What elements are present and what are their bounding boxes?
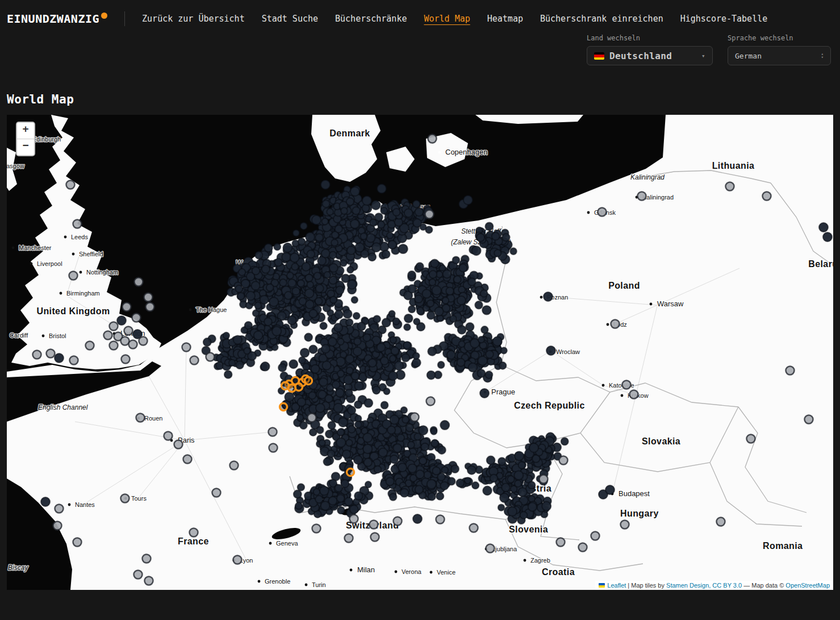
openstreetmap-link[interactable]: OpenStreetMap bbox=[785, 582, 830, 589]
svg-text:Slovenia: Slovenia bbox=[509, 525, 548, 534]
header: EINUNDZWANZIG Zurück zur Übersicht Stadt… bbox=[0, 0, 840, 65]
svg-text:France: France bbox=[178, 536, 209, 546]
svg-text:Wroclaw: Wroclaw bbox=[556, 348, 580, 355]
svg-text:Poland: Poland bbox=[608, 281, 640, 290]
header-controls: Land wechseln Deutschland ▾ Sprache wech… bbox=[0, 26, 840, 65]
header-divider bbox=[124, 11, 125, 26]
chevron-down-icon: ▾ bbox=[701, 53, 705, 59]
germany-flag-icon bbox=[594, 52, 604, 60]
language-select-label: Sprache wechseln bbox=[728, 34, 831, 42]
logo[interactable]: EINUNDZWANZIG bbox=[7, 12, 107, 26]
svg-text:Geneva: Geneva bbox=[276, 540, 298, 547]
svg-text:Glasgow: Glasgow bbox=[7, 163, 24, 169]
svg-text:Zagreb: Zagreb bbox=[530, 557, 550, 564]
svg-text:Birmingham: Birmingham bbox=[66, 290, 100, 297]
svg-text:United Kingdom: United Kingdom bbox=[36, 306, 110, 316]
svg-text:The Hague: The Hague bbox=[196, 306, 227, 313]
svg-text:Belarus: Belarus bbox=[808, 259, 833, 269]
nav-zurueck-zur-uebersicht[interactable]: Zurück zur Übersicht bbox=[142, 14, 245, 24]
nav-stadt-suche[interactable]: Stadt Suche bbox=[262, 14, 318, 24]
language-select-value: German bbox=[735, 52, 762, 60]
svg-text:Verona: Verona bbox=[402, 568, 422, 575]
svg-text:Sheffield: Sheffield bbox=[79, 251, 103, 257]
svg-text:Ljubljana: Ljubljana bbox=[492, 546, 517, 552]
svg-text:Slovakia: Slovakia bbox=[642, 436, 680, 446]
svg-text:Tours: Tours bbox=[131, 495, 147, 502]
svg-text:Nantes: Nantes bbox=[75, 501, 95, 508]
svg-text:Denmark: Denmark bbox=[329, 128, 370, 138]
language-select[interactable]: German ▴▾ bbox=[728, 46, 831, 65]
nav-heatmap[interactable]: Heatmap bbox=[487, 14, 523, 24]
zoom-control: + − bbox=[16, 122, 35, 156]
country-select[interactable]: Deutschland ▾ bbox=[587, 46, 713, 65]
svg-text:Biscay: Biscay bbox=[8, 564, 28, 572]
svg-text:Hungary: Hungary bbox=[620, 509, 659, 518]
svg-text:Bristol: Bristol bbox=[49, 332, 66, 339]
svg-text:Liverpool: Liverpool bbox=[37, 260, 62, 267]
page-title: World Map bbox=[7, 93, 840, 106]
svg-text:English Channel: English Channel bbox=[38, 403, 88, 411]
nav-buecherschraenke[interactable]: Bücherschränke bbox=[335, 14, 407, 24]
nav-world-map[interactable]: World Map bbox=[424, 14, 470, 24]
svg-text:Nottingham: Nottingham bbox=[86, 269, 118, 276]
attribution-tiles-prefix: Map tiles by bbox=[631, 582, 666, 589]
svg-text:Turin: Turin bbox=[312, 581, 326, 588]
svg-text:Rouen: Rouen bbox=[144, 415, 162, 422]
svg-text:Leeds: Leeds bbox=[71, 234, 88, 240]
svg-text:Cardiff: Cardiff bbox=[10, 332, 28, 339]
world-map[interactable]: DenmarkCopenhagenLithuaniaKaliningradKal… bbox=[7, 115, 833, 590]
country-control: Land wechseln Deutschland ▾ bbox=[587, 34, 713, 65]
svg-text:Venice: Venice bbox=[437, 569, 455, 576]
country-select-label: Land wechseln bbox=[587, 34, 713, 42]
svg-text:Copenhagen: Copenhagen bbox=[445, 148, 487, 156]
svg-text:Edinburgh: Edinburgh bbox=[32, 136, 61, 143]
chevron-updown-icon: ▴▾ bbox=[821, 52, 824, 59]
nav-highscore-tabelle[interactable]: Highscore-Tabelle bbox=[680, 14, 768, 24]
svg-text:Warsaw: Warsaw bbox=[657, 299, 684, 308]
language-control: Sprache wechseln German ▴▾ bbox=[728, 34, 831, 65]
svg-text:Milan: Milan bbox=[357, 565, 375, 574]
ukraine-flag-icon bbox=[599, 583, 605, 588]
stamen-link[interactable]: Stamen Design, CC BY 3.0 bbox=[666, 582, 742, 589]
svg-text:Manchester: Manchester bbox=[19, 244, 52, 251]
nav-buecherschrank-einreichen[interactable]: Bücherschrank einreichen bbox=[540, 14, 663, 24]
svg-text:Grenoble: Grenoble bbox=[265, 578, 290, 585]
attribution-data-prefix: — Map data © bbox=[742, 582, 785, 589]
attribution-separator: | bbox=[626, 582, 631, 589]
leaflet-link[interactable]: Leaflet bbox=[607, 582, 626, 589]
svg-text:Romania: Romania bbox=[763, 541, 803, 551]
svg-text:Kaliningrad: Kaliningrad bbox=[630, 173, 665, 181]
logo-text: EINUNDZWANZIG bbox=[7, 12, 99, 26]
svg-text:Kaliningrad: Kaliningrad bbox=[642, 194, 674, 201]
main-nav: Zurück zur Übersicht Stadt Suche Büchers… bbox=[142, 14, 767, 24]
svg-text:Budapest: Budapest bbox=[618, 489, 650, 498]
logo-21-icon bbox=[101, 13, 107, 19]
svg-text:Croatia: Croatia bbox=[542, 567, 575, 577]
svg-text:Prague: Prague bbox=[491, 388, 515, 396]
svg-text:Czech Republic: Czech Republic bbox=[514, 401, 585, 410]
country-select-value: Deutschland bbox=[609, 51, 672, 61]
map-attribution: Leaflet | Map tiles by Stamen Design, CC… bbox=[595, 581, 833, 590]
zoom-in-button[interactable]: + bbox=[17, 123, 34, 139]
zoom-out-button[interactable]: − bbox=[17, 139, 34, 155]
svg-text:Lithuania: Lithuania bbox=[712, 161, 755, 170]
